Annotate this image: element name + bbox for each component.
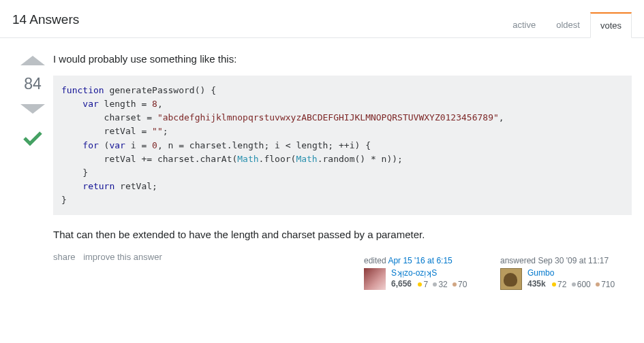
edit-prefix: edited: [364, 256, 388, 265]
editor-avatar[interactable]: [364, 268, 386, 290]
code-kw: for: [82, 140, 98, 150]
editor-silver: 32: [438, 280, 447, 289]
answer-time: Sep 30 '09 at 11:17: [538, 256, 609, 265]
post-footer: share improve this answer edited Apr 15 …: [53, 252, 632, 295]
code-num: 0: [152, 140, 157, 150]
code-text: ;: [163, 126, 168, 136]
tab-oldest[interactable]: oldest: [546, 12, 590, 38]
code-text: }: [61, 195, 67, 205]
answer-action: answered Sep 30 '09 at 11:17: [500, 256, 627, 265]
code-text: retVal += charset.charAt(: [61, 154, 237, 164]
code-text: generatePassword() {: [104, 85, 216, 95]
code-str: "abcdefghijklmnopqrstuvwxyzABCDEFGHIJKLM…: [157, 112, 499, 122]
editor-name-link[interactable]: Sʞᴉzo-ozᴉʞS: [391, 268, 467, 278]
silver-badge-icon: [572, 282, 576, 287]
editor-gold: 7: [423, 280, 428, 289]
code-kw: var: [109, 140, 125, 150]
editor-flair: 6,656 7 32 70: [391, 279, 467, 289]
code-text: (: [99, 140, 110, 150]
gold-badge-icon: [418, 282, 422, 287]
bronze-badge-icon: [453, 282, 457, 287]
author-flair: 435k 72 600 710: [527, 279, 615, 289]
code-type: Math: [237, 154, 258, 164]
code-block: function generatePassword() { var length…: [53, 76, 632, 215]
code-text: ,: [157, 99, 163, 109]
code-kw: function: [61, 85, 104, 95]
answer: 84 I would probably use something like t…: [0, 38, 644, 301]
answers-header: 14 Answers active oldest votes: [0, 0, 644, 38]
downvote-icon[interactable]: [20, 104, 45, 114]
code-str: "": [152, 126, 163, 136]
bronze-badge-icon: [596, 282, 600, 287]
code-num: 8: [152, 99, 157, 109]
editor-rep: 6,656: [391, 279, 412, 289]
author-bronze: 710: [601, 280, 615, 289]
intro-text: I would probably use something like this…: [53, 52, 632, 66]
outro-text: That can then be extended to have the le…: [53, 227, 632, 242]
author-gold: 72: [557, 280, 566, 289]
accepted-check-icon: [20, 126, 45, 150]
code-text: }: [61, 167, 88, 178]
post-text: I would probably use something like this…: [53, 52, 632, 242]
code-text: length =: [99, 99, 152, 109]
silver-badge-icon: [433, 282, 437, 287]
upvote-icon[interactable]: [20, 56, 45, 65]
improve-link[interactable]: improve this answer: [83, 252, 162, 262]
author-signature: answered Sep 30 '09 at 11:17 Gumbo 435k …: [495, 252, 632, 295]
post-menu: share improve this answer: [53, 252, 168, 295]
code-text: ,: [499, 112, 504, 122]
signatures: edited Apr 15 '16 at 6:15 Sʞᴉzo-ozᴉʞS 6,…: [359, 252, 632, 295]
answer-prefix: answered: [500, 256, 538, 265]
share-link[interactable]: share: [53, 252, 76, 262]
tab-votes[interactable]: votes: [590, 12, 632, 38]
vote-score: 84: [12, 68, 53, 101]
code-kw: var: [82, 99, 98, 109]
edit-action: edited Apr 15 '16 at 6:15: [364, 256, 491, 265]
answers-count-title: 14 Answers: [12, 12, 79, 35]
vote-cell: 84: [12, 52, 53, 295]
author-rep: 435k: [527, 279, 546, 289]
code-text: charset =: [61, 112, 157, 122]
author-silver: 600: [577, 280, 591, 289]
code-text: retVal =: [61, 126, 152, 136]
code-text: .random() * n));: [318, 154, 403, 164]
code-type: Math: [296, 154, 317, 164]
code-text: , n = charset.length; i < length; ++i) {: [157, 140, 371, 150]
code-text: i =: [125, 140, 152, 150]
edit-time-link[interactable]: Apr 15 '16 at 6:15: [388, 256, 452, 265]
author-name-link[interactable]: Gumbo: [527, 268, 615, 278]
author-avatar[interactable]: [500, 268, 522, 290]
editor-signature: edited Apr 15 '16 at 6:15 Sʞᴉzo-ozᴉʞS 6,…: [359, 252, 495, 295]
tab-active[interactable]: active: [502, 12, 546, 38]
sort-tabs: active oldest votes: [502, 12, 632, 38]
code-text: .floor(: [259, 154, 296, 164]
gold-badge-icon: [552, 282, 556, 287]
editor-bronze: 70: [458, 280, 467, 289]
code-text: retVal;: [114, 181, 157, 191]
post-body: I would probably use something like this…: [53, 52, 632, 295]
code-kw: return: [82, 181, 114, 191]
